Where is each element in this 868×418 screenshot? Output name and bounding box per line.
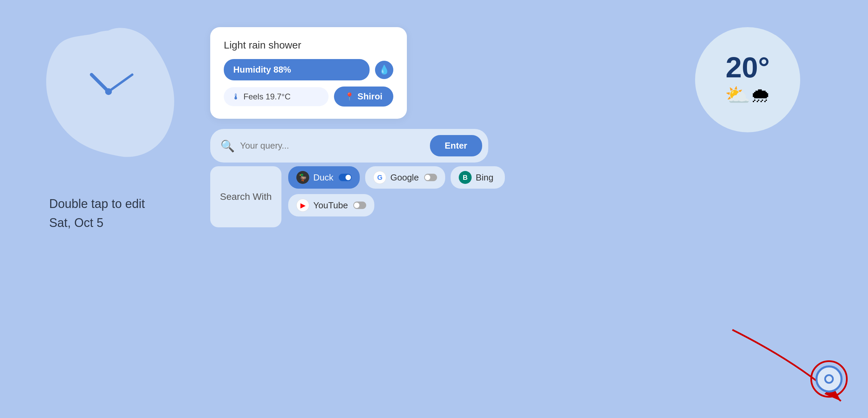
bing-icon: B <box>459 171 472 184</box>
location-name: Shiroi <box>357 91 382 102</box>
enter-label: Enter <box>445 140 467 151</box>
date-label: Sat, Oct 5 <box>49 216 145 230</box>
weather-icon-group: ⛅🌧 <box>725 83 771 107</box>
google-icon: G <box>373 171 386 184</box>
settings-button[interactable] <box>815 365 843 393</box>
search-bar: 🔍 Enter <box>210 129 488 163</box>
google-label: Google <box>390 172 419 183</box>
duck-icon: 🦆 <box>296 171 309 184</box>
search-input[interactable] <box>240 140 425 151</box>
weather-temp-circle: 20° ⛅🌧 <box>695 27 800 132</box>
engine-youtube[interactable]: ▶ YouTube <box>288 194 374 216</box>
water-icon: 💧 <box>375 61 393 79</box>
search-with-section: Search With 🦆 Duck G Google <box>210 166 505 227</box>
engine-google[interactable]: G Google <box>365 166 445 189</box>
double-tap-label: Double tap to edit <box>49 197 145 211</box>
feels-label: Feels 19.7°C <box>243 92 291 101</box>
youtube-toggle[interactable] <box>353 202 366 209</box>
engine-row-2: ▶ YouTube <box>288 194 505 216</box>
youtube-label: YouTube <box>313 200 348 211</box>
clock-face <box>61 44 156 139</box>
feels-pill: 🌡 Feels 19.7°C <box>224 87 329 106</box>
search-icon: 🔍 <box>220 139 235 153</box>
svg-line-2 <box>108 75 132 92</box>
humidity-bar: Humidity 88% <box>224 59 370 80</box>
search-with-label: Search With <box>220 191 272 202</box>
svg-line-1 <box>92 75 108 92</box>
temperature-display: 20° <box>726 53 770 82</box>
weather-card: Light rain shower Humidity 88% 💧 🌡 Feels… <box>210 27 407 119</box>
settings-button-container <box>810 360 848 398</box>
bing-label: Bing <box>476 172 493 183</box>
humidity-label: Humidity 88% <box>233 64 291 75</box>
enter-button[interactable]: Enter <box>430 135 482 156</box>
clock-widget <box>47 31 170 153</box>
google-toggle[interactable] <box>424 174 437 181</box>
location-pill[interactable]: 📍 Shiroi <box>334 87 393 107</box>
youtube-icon: ▶ <box>296 199 309 212</box>
location-icon: 📍 <box>345 92 354 101</box>
duck-label: Duck <box>313 172 333 183</box>
search-with-box: Search With <box>210 166 281 227</box>
engine-duck[interactable]: 🦆 Duck <box>288 166 360 189</box>
weather-condition: Light rain shower <box>224 39 393 51</box>
settings-center <box>824 374 834 384</box>
date-info: Double tap to edit Sat, Oct 5 <box>49 197 145 230</box>
engine-options-grid: 🦆 Duck G Google B Bing <box>288 166 505 227</box>
thermometer-icon: 🌡 <box>232 92 240 101</box>
engine-row-1: 🦆 Duck G Google B Bing <box>288 166 505 189</box>
engine-bing[interactable]: B Bing <box>451 166 505 189</box>
red-circle-annotation <box>810 360 848 398</box>
duck-toggle[interactable] <box>339 174 352 181</box>
